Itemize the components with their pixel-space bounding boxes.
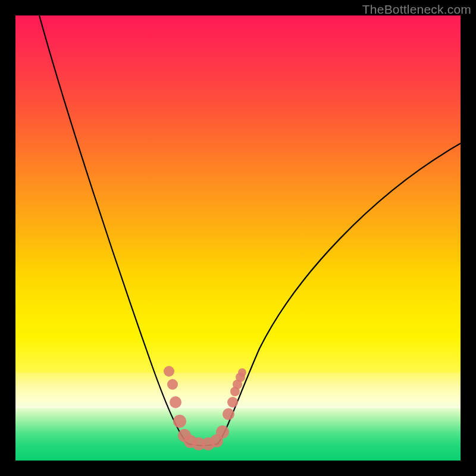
marker-group [164, 366, 246, 450]
right-curve [218, 143, 461, 444]
curve-overlay [15, 15, 461, 461]
curve-marker [164, 366, 174, 377]
curve-marker [167, 379, 178, 390]
plot-area [15, 15, 461, 461]
watermark-text: TheBottleneck.com [362, 2, 471, 17]
curve-marker [170, 396, 181, 408]
curve-marker [238, 368, 246, 377]
curve-marker [216, 425, 229, 439]
curve-marker [223, 408, 234, 420]
curve-marker [227, 397, 238, 408]
chart-frame: TheBottleneck.com [0, 0, 476, 476]
curve-marker [173, 415, 186, 428]
left-curve [39, 15, 188, 444]
